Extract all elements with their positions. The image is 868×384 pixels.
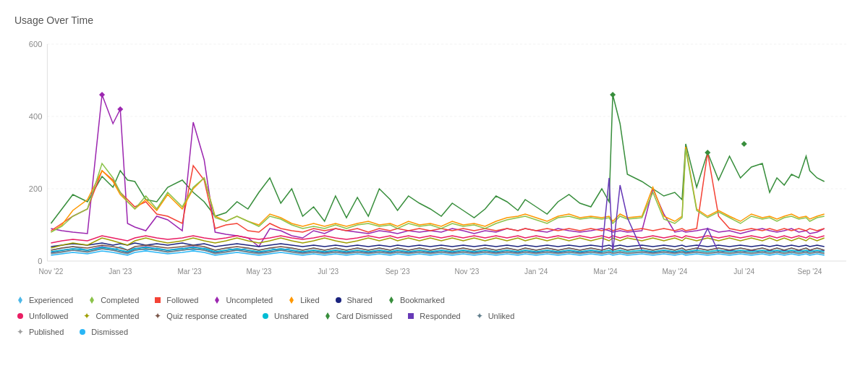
svg-text:✦: ✦ [83,311,90,321]
svg-text:Mar '23: Mar '23 [177,268,202,276]
svg-text:Sep '23: Sep '23 [386,268,410,276]
legend-item-bookmarked: Bookmarked [386,296,445,304]
svg-marker-25 [117,106,123,112]
card-dismissed-icon [322,312,333,320]
legend-item-uncompleted: Uncompleted [211,296,273,304]
svg-point-33 [17,313,23,319]
uncompleted-icon [211,296,223,304]
svg-rect-28 [155,297,161,303]
unshared-icon [260,312,271,320]
svg-marker-37 [326,312,330,320]
svg-marker-23 [741,141,747,147]
chart-svg: 0 200 400 600 Nov '22 Jan '23 Mar '23 Ma… [14,37,854,290]
quiz-icon: ✦ [152,312,163,320]
svg-marker-30 [289,296,294,304]
svg-text:Jan '23: Jan '23 [109,268,132,276]
svg-text:Jan '24: Jan '24 [524,268,548,276]
completed-icon [86,296,98,304]
experienced-icon [14,296,26,304]
svg-text:✦: ✦ [476,311,483,321]
svg-text:Nov '23: Nov '23 [454,268,479,276]
legend-area: Experienced Completed Followed Uncomplet… [14,296,854,338]
followed-icon [152,296,163,304]
svg-text:✦: ✦ [17,327,24,337]
svg-text:0: 0 [38,257,42,265]
legend-item-card-dismissed: Card Dismissed [322,312,393,320]
liked-icon [286,296,297,304]
responded-icon [405,312,417,320]
legend-item-liked: Liked [286,296,319,304]
svg-text:Jul '23: Jul '23 [318,268,339,276]
chart-area: 0 200 400 600 Nov '22 Jan '23 Mar '23 Ma… [14,37,854,290]
commented-icon: ✦ [81,312,93,320]
svg-text:May '23: May '23 [246,268,271,276]
legend-item-published: ✦ Published [14,328,64,336]
dismissed-icon [77,328,88,336]
svg-text:May '24: May '24 [662,268,687,276]
svg-point-36 [263,313,268,319]
legend-item-shared: Shared [333,296,373,304]
chart-title: Usage Over Time [14,14,854,26]
svg-marker-27 [90,296,94,304]
svg-text:Nov '22: Nov '22 [39,268,64,276]
svg-point-41 [80,329,85,335]
svg-text:Mar '24: Mar '24 [593,268,618,276]
legend-item-unliked: ✦ Unliked [474,312,515,320]
svg-text:Jul '24: Jul '24 [733,268,754,276]
legend-item-followed: Followed [152,296,198,304]
legend-item-unshared: Unshared [260,312,309,320]
published-icon: ✦ [14,328,26,336]
legend-item-unfollowed: Unfollowed [14,312,68,320]
svg-marker-26 [18,296,22,304]
svg-marker-22 [705,150,710,155]
bookmarked-icon [386,296,397,304]
legend-item-completed: Completed [86,296,139,304]
svg-rect-38 [408,313,414,319]
svg-marker-24 [99,92,105,98]
svg-text:✦: ✦ [154,311,161,321]
svg-text:200: 200 [29,184,42,193]
legend-item-dismissed: Dismissed [77,328,128,336]
shared-icon [333,296,344,304]
chart-container: Usage Over Time 0 200 400 600 Nov '22 Ja… [0,0,868,384]
legend-item-quiz: ✦ Quiz response created [152,312,247,320]
svg-text:600: 600 [29,40,42,48]
svg-marker-32 [389,296,393,304]
unliked-icon: ✦ [474,312,485,320]
svg-point-31 [336,297,341,303]
legend-item-commented: ✦ Commented [81,312,139,320]
svg-text:Sep '24: Sep '24 [798,268,822,276]
svg-marker-29 [215,296,219,304]
unfollowed-icon [14,312,26,320]
legend-item-experienced: Experienced [14,296,73,304]
legend-item-responded: Responded [405,312,460,320]
svg-marker-21 [610,92,616,98]
svg-text:400: 400 [29,112,42,121]
